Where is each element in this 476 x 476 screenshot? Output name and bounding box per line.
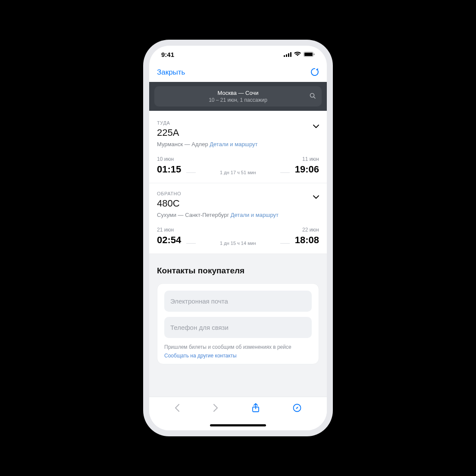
- phone-field[interactable]: Телефон для связи: [164, 317, 312, 338]
- duration: 1 дн 15 ч 14 мин: [181, 241, 294, 246]
- arrival-date: 11 июн: [295, 156, 319, 162]
- share-icon: [252, 403, 260, 413]
- chevron-down-icon: [313, 193, 319, 200]
- arrival-time: 19:06: [295, 164, 319, 175]
- refresh-button[interactable]: [310, 67, 319, 78]
- trip-times: 21 июн 02:54 1 дн 15 ч 14 мин 22 июн 18:…: [157, 227, 319, 246]
- email-field[interactable]: Электронная почта: [164, 291, 312, 312]
- departure-date: 21 июн: [157, 227, 181, 233]
- refresh-icon: [310, 67, 319, 76]
- svg-line-8: [314, 97, 316, 98]
- details-link[interactable]: Детали и маршрут: [210, 141, 257, 147]
- departure: 21 июн 02:54: [157, 227, 181, 246]
- trip-route: Мурманск — Адлер Детали и маршрут: [157, 141, 258, 147]
- chevron-down-icon: [313, 122, 319, 130]
- svg-rect-5: [304, 53, 313, 56]
- other-contacts-link[interactable]: Сообщать на другие контакты: [164, 352, 312, 360]
- status-time: 9:41: [161, 51, 174, 58]
- forward-button[interactable]: [213, 404, 218, 414]
- departure-date: 10 июн: [157, 156, 181, 162]
- compass-icon: [293, 404, 301, 412]
- duration-text: 1 дн 15 ч 14 мин: [220, 241, 256, 246]
- svg-rect-0: [284, 55, 285, 57]
- signal-icon: [284, 52, 291, 57]
- chevron-left-icon: [175, 404, 180, 412]
- trip-times: 10 июн 01:15 1 дн 17 ч 51 мин 11 июн 19:…: [157, 156, 319, 175]
- details-link[interactable]: Детали и маршрут: [231, 212, 279, 218]
- nav-bar: Закрыть: [149, 63, 327, 82]
- status-indicators: [284, 52, 315, 57]
- wifi-icon: [294, 52, 301, 57]
- trip-header[interactable]: ТУДА 225А Мурманск — Адлер Детали и марш…: [157, 120, 319, 147]
- duration-text: 1 дн 17 ч 51 мин: [220, 170, 256, 175]
- phone-frame: 9:41 Закрыть Москва — Сочи 10 – 21 июн, …: [143, 40, 333, 436]
- share-button[interactable]: [252, 403, 260, 414]
- departure-time: 01:15: [157, 164, 181, 175]
- contacts-section: Контакты покупателя Электронная почта Те…: [149, 254, 327, 364]
- back-button[interactable]: [175, 404, 180, 414]
- search-route: Москва — Сочи: [160, 90, 316, 96]
- browser-toolbar: [149, 397, 327, 420]
- safari-button[interactable]: [293, 404, 301, 414]
- trip-direction-label: ОБРАТНО: [157, 191, 279, 196]
- search-sub: 10 – 21 июн, 1 пассажир: [160, 97, 316, 103]
- arrival-time: 18:08: [295, 235, 319, 246]
- home-indicator[interactable]: [149, 420, 327, 430]
- departure: 10 июн 01:15: [157, 156, 181, 175]
- svg-rect-1: [286, 54, 287, 57]
- trip-header[interactable]: ОБРАТНО 480С Сухуми — Санкт-Петербург Де…: [157, 191, 319, 218]
- trip-outbound: ТУДА 225А Мурманск — Адлер Детали и марш…: [149, 111, 327, 183]
- search-banner: Москва — Сочи 10 – 21 июн, 1 пассажир: [149, 82, 327, 111]
- departure-time: 02:54: [157, 235, 181, 246]
- svg-rect-6: [314, 53, 315, 55]
- arrival: 11 июн 19:06: [295, 156, 319, 175]
- trips-block: ТУДА 225А Мурманск — Адлер Детали и марш…: [149, 111, 327, 254]
- status-bar: 9:41: [149, 46, 327, 63]
- search-summary[interactable]: Москва — Сочи 10 – 21 июн, 1 пассажир: [154, 86, 322, 106]
- search-icon: [310, 93, 316, 100]
- train-number: 480С: [157, 198, 279, 209]
- content: ТУДА 225А Мурманск — Адлер Детали и марш…: [149, 111, 327, 397]
- trip-route: Сухуми — Санкт-Петербург Детали и маршру…: [157, 212, 279, 218]
- battery-icon: [304, 52, 315, 57]
- trip-direction-label: ТУДА: [157, 120, 258, 125]
- arrival: 22 июн 18:08: [295, 227, 319, 246]
- trip-return: ОБРАТНО 480С Сухуми — Санкт-Петербург Де…: [149, 183, 327, 254]
- contacts-heading: Контакты покупателя: [157, 266, 319, 276]
- svg-rect-3: [290, 52, 291, 57]
- train-number: 225А: [157, 127, 258, 138]
- arrival-date: 22 июн: [295, 227, 319, 233]
- svg-rect-2: [288, 53, 289, 57]
- duration: 1 дн 17 ч 51 мин: [181, 170, 294, 175]
- screen: 9:41 Закрыть Москва — Сочи 10 – 21 июн, …: [149, 46, 327, 430]
- chevron-right-icon: [213, 404, 218, 412]
- contacts-form: Электронная почта Телефон для связи Приш…: [157, 283, 319, 364]
- contacts-hint: Пришлем билеты и сообщим об изменениях в…: [164, 343, 312, 360]
- close-button[interactable]: Закрыть: [157, 68, 185, 77]
